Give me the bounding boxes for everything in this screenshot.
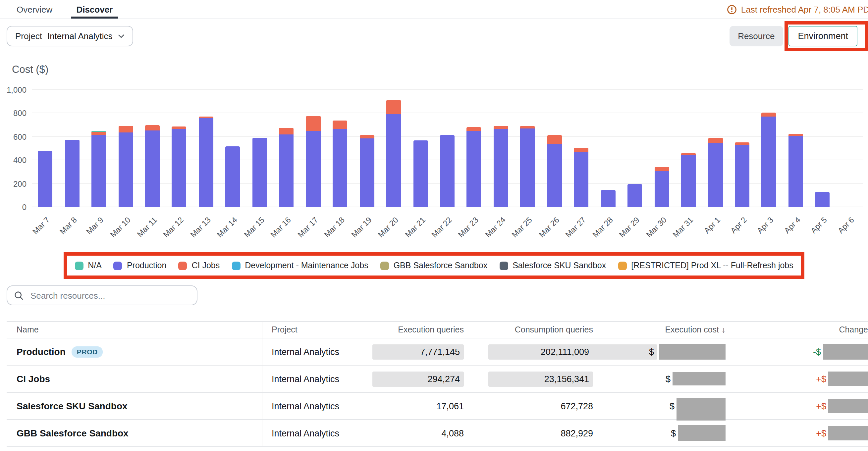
legend-item[interactable]: CI Jobs (178, 261, 220, 270)
chart-bar[interactable] (65, 139, 79, 207)
legend-item[interactable]: GBB Salesforce Sandbox (380, 261, 488, 270)
bar-segment (333, 121, 347, 129)
tab-overview-label: Overview (17, 4, 52, 14)
bar-segment (91, 132, 106, 135)
column-header-execution_queries[interactable]: Execution queries (371, 322, 464, 338)
chart-bar[interactable] (681, 153, 696, 207)
chart-bar[interactable] (413, 140, 428, 207)
redacted-value (828, 372, 868, 386)
column-header-change[interactable]: Change (725, 322, 868, 338)
chart-bar[interactable] (574, 148, 589, 207)
chart-bar[interactable] (226, 147, 240, 207)
tab-discover[interactable]: Discover (76, 0, 113, 19)
chart-bar[interactable] (601, 190, 615, 207)
legend-item[interactable]: Production (114, 261, 167, 270)
chart-bar[interactable] (279, 127, 294, 207)
table-row[interactable]: GBB Salesforce SandboxInternal Analytics… (7, 420, 868, 447)
bar-segment (762, 112, 776, 116)
bar-segment (547, 143, 562, 207)
legend-swatch (74, 261, 83, 270)
bar-segment (145, 125, 160, 130)
chart-bar[interactable] (547, 135, 562, 207)
chart-bar[interactable] (38, 151, 52, 207)
bar-segment (815, 192, 830, 207)
x-tick-label: Apr 5 (809, 215, 829, 235)
legend-item[interactable]: [RESTRICTED] Prod XL -- Full-Refresh job… (618, 261, 793, 270)
column-header-project[interactable]: Project (262, 322, 371, 338)
chart-bar[interactable] (735, 142, 749, 207)
bar-segment (788, 133, 803, 136)
chart-bar[interactable] (333, 121, 347, 207)
x-tick-label: Apr 4 (782, 215, 802, 235)
chart-bar[interactable] (91, 131, 106, 207)
bar-segment (574, 148, 589, 153)
table-row[interactable]: Salesforce SKU SandboxInternal Analytics… (7, 393, 868, 420)
chart-bar[interactable] (199, 116, 213, 207)
chart-bar[interactable] (306, 116, 321, 207)
chart-bar[interactable] (467, 127, 482, 207)
legend-label: N/A (88, 261, 102, 270)
chart-bar[interactable] (788, 133, 803, 207)
execution-queries-cell: 4,088 (371, 420, 464, 446)
bar-segment (735, 142, 749, 145)
chart-bar[interactable] (521, 126, 535, 207)
legend-label: Production (127, 261, 167, 270)
table-row[interactable]: ProductionPRODInternal Analytics7,771,14… (7, 339, 868, 365)
prod-badge: PROD (71, 346, 103, 357)
bar-segment (494, 129, 508, 207)
column-header-execution_cost[interactable]: Execution cost↓ (593, 322, 725, 338)
chart-bar[interactable] (654, 167, 669, 207)
project-cell: Internal Analytics (262, 365, 371, 392)
legend-item[interactable]: Development - Maintenance Jobs (231, 261, 368, 270)
resource-name: CI Jobs (17, 374, 50, 384)
chart-bar[interactable] (494, 126, 508, 207)
y-tick-label: 0 (22, 203, 27, 212)
column-header-label: Consumption queries (515, 325, 593, 334)
chart-bar[interactable] (386, 100, 401, 207)
chart-bar[interactable] (252, 138, 267, 207)
legend-item[interactable]: Salesforce SKU Sandbox (499, 261, 606, 270)
refresh-text: Last refreshed Apr 7, 8:05 AM PDT (741, 4, 868, 14)
chart-bar[interactable] (762, 112, 776, 207)
search-resources (7, 285, 197, 305)
chart-bar[interactable] (708, 137, 722, 207)
x-tick-label: Mar 29 (617, 215, 641, 239)
x-tick-label: Mar 17 (296, 215, 320, 239)
table-row[interactable]: CI JobsInternal Analytics294,27423,156,3… (7, 365, 868, 393)
chart-bar[interactable] (815, 192, 830, 207)
search-input[interactable] (29, 290, 190, 301)
x-tick-label: Mar 25 (510, 215, 534, 239)
bar-segment (735, 145, 749, 207)
chart-bar[interactable] (172, 127, 187, 207)
column-header-name[interactable]: Name (7, 322, 262, 338)
change-cell: +$ (725, 420, 868, 446)
x-tick-label: Mar 16 (269, 215, 293, 239)
environment-toggle-button[interactable]: Environment (788, 26, 858, 46)
x-tick-label: Apr 2 (728, 215, 748, 235)
resource-toggle-button[interactable]: Resource (729, 26, 783, 46)
change-sign: +$ (816, 428, 826, 438)
search-icon (14, 290, 24, 300)
dollar-sign: $ (665, 374, 671, 384)
chart-bar[interactable] (118, 126, 133, 207)
column-header-label: Execution cost (665, 325, 719, 334)
x-tick-label: Mar 20 (376, 215, 400, 239)
project-filter-button[interactable]: Project Internal Analytics (7, 26, 133, 46)
bar-segment (440, 135, 455, 207)
chart-bar[interactable] (360, 135, 374, 207)
bar-segment (306, 131, 321, 207)
redacted-value (823, 344, 868, 360)
execution-queries-value: 4,088 (441, 428, 464, 438)
bar-segment (386, 114, 401, 207)
bar-segment (494, 126, 508, 129)
x-tick-label: Mar 30 (644, 215, 668, 239)
change-sign: +$ (816, 401, 826, 411)
resource-name: Production (17, 346, 66, 357)
chart-bar[interactable] (145, 125, 160, 207)
bar-segment (360, 135, 374, 138)
column-header-consumption_queries[interactable]: Consumption queries (464, 322, 593, 338)
tab-overview[interactable]: Overview (17, 0, 52, 19)
chart-bar[interactable] (627, 185, 642, 207)
chart-bar[interactable] (440, 135, 455, 207)
legend-item[interactable]: N/A (74, 261, 102, 270)
